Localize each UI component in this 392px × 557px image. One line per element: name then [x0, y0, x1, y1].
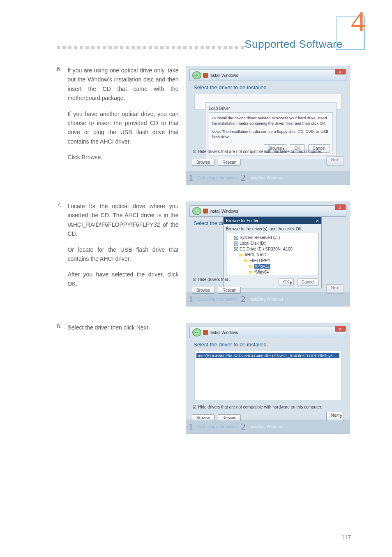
step-6: 6. If you are using one optical drive on… — [57, 66, 351, 185]
step7-p2: Or locate for the USB flash drive that c… — [67, 245, 178, 264]
tree-node[interactable]: CD Drive (E:) SR330N_A100 — [229, 246, 316, 252]
back-button[interactable]: ← — [192, 328, 201, 337]
chapter-number: 4 — [351, 7, 366, 36]
step-number: 7. — [57, 202, 66, 208]
section-title: Supported Software — [244, 38, 343, 51]
close-icon[interactable]: x — [335, 204, 346, 210]
tree-node[interactable]: Local Disk (D:) — [229, 241, 316, 246]
header-dashes — [57, 46, 244, 49]
window-title: Install Windows — [210, 330, 238, 335]
tree-node[interactable]: F6FLOPPY — [229, 258, 316, 264]
rescan-button[interactable]: Rescan — [218, 159, 241, 166]
wizard-step-1-num: 1 — [189, 421, 193, 432]
dialog-close-icon[interactable]: ✕ — [316, 218, 319, 223]
app-icon — [203, 209, 208, 214]
wizard-step-1-num: 1 — [189, 294, 193, 304]
step-number: 6. — [57, 66, 66, 72]
back-button[interactable]: ← — [192, 71, 201, 79]
page: 4 Supported Software 6. If you are using… — [0, 0, 392, 557]
next-button[interactable]: Next — [326, 156, 344, 166]
wizard-step-2-num: 2 — [241, 421, 245, 432]
browse-dialog-title: Browse for Folder — [226, 218, 258, 223]
hide-drivers-checkbox[interactable]: Hide drivers that are not compatible wit… — [186, 404, 350, 412]
window-titlebar: ← Install Windows — [189, 327, 346, 338]
driver-list[interactable]: Intel(R) ICH8M-E/M SATA AHCI Controller … — [194, 351, 341, 400]
wizard-step-1-label: Collecting information — [197, 176, 237, 180]
wizard-step-1-label: Collecting information — [197, 425, 237, 429]
load-driver-msg1: To install the device driver needed to a… — [212, 115, 330, 126]
folder-tree[interactable]: System Reserved (C:) Local Disk (D:) CD … — [226, 233, 319, 276]
window-titlebar: ← Install Windows — [189, 70, 346, 81]
wizard-step-1-label: Collecting information — [197, 297, 237, 302]
step8-p1: Select the driver then click Next. — [67, 323, 178, 332]
step7-p3: After you have selected the driver, clic… — [67, 270, 178, 288]
wizard-step-2-num: 2 — [241, 294, 245, 304]
load-driver-title: Load Driver — [209, 106, 333, 111]
tree-node[interactable]: f6flpy64 — [229, 269, 316, 275]
hide-drivers-checkbox[interactable]: Hide drivers that are not compatible wit… — [186, 149, 350, 156]
tree-node-selected[interactable]: f6flpy32 — [229, 264, 316, 269]
wizard-step-1-num: 1 — [189, 172, 193, 183]
step-8: 8. Select the driver then click Next. ← … — [57, 323, 351, 434]
tree-node[interactable]: IAA_CD — [229, 275, 316, 276]
window-title: Install Windows — [210, 73, 238, 78]
step-number: 8. — [57, 323, 66, 330]
load-driver-msg2: Note: The installation media can be a fl… — [212, 129, 330, 140]
step-text: Locate for the optical drive where you i… — [67, 202, 178, 295]
step6-p1: If you are using one optical drive only,… — [67, 66, 178, 103]
step-text: If you are using one optical drive only,… — [67, 66, 178, 169]
selected-driver-row[interactable]: Intel(R) ICH8M-E/M SATA AHCI Controller … — [196, 353, 339, 358]
content: 6. If you are using one optical drive on… — [57, 66, 351, 450]
window-title: Install Windows — [210, 209, 238, 214]
window-titlebar: ← Install Windows — [189, 205, 346, 217]
app-icon — [203, 73, 208, 78]
browse-dialog-instruction: Browse to the driver(s), and then click … — [226, 227, 319, 231]
page-number: 117 — [341, 534, 351, 541]
wizard-step-2-label: Installing Windows — [249, 176, 284, 180]
back-button[interactable]: ← — [192, 207, 201, 215]
step-7: 7. Locate for the optical drive where yo… — [57, 202, 351, 306]
screenshot-step7: ← Install Windows x Select the driver to… — [186, 202, 350, 306]
dialog-heading: Select the driver to be installed. — [189, 338, 346, 348]
dialog-heading: Select the driver to be installed. — [189, 81, 346, 91]
step-text: Select the driver then click Next. — [67, 323, 178, 339]
close-icon[interactable]: x — [335, 69, 346, 74]
wizard-step-2-label: Installing Windows — [249, 425, 284, 429]
step6-p2: If you have another optical drive, you c… — [67, 109, 178, 146]
screenshot-step8: ← Install Windows x Select the driver to… — [186, 323, 350, 434]
browse-button-bottom[interactable]: Browse — [192, 159, 214, 166]
hide-drivers-checkbox[interactable]: Hide drivers that ... — [186, 276, 350, 284]
wizard-step-2-label: Installing Windows — [249, 297, 284, 302]
wizard-step-2-num: 2 — [241, 172, 245, 183]
screenshot-step6: ← Install Windows x Select the driver to… — [186, 66, 350, 185]
tree-node[interactable]: AHCI_RAID — [229, 252, 316, 258]
app-icon — [203, 330, 208, 335]
tree-node[interactable]: System Reserved (C:) — [229, 235, 316, 241]
step7-p1: Locate for the optical drive where you i… — [67, 202, 178, 239]
close-icon[interactable]: x — [335, 326, 346, 332]
step6-p3: Click Browse. — [67, 153, 178, 162]
